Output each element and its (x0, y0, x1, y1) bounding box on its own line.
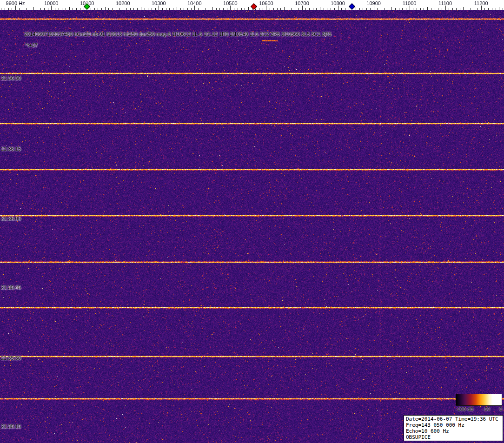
ruler-tick (55, 8, 55, 10)
ruler-tick (413, 8, 413, 10)
ruler-tick (488, 8, 489, 10)
ruler-tick (388, 8, 388, 10)
ruler-tick (492, 8, 492, 10)
ruler-tick (48, 8, 48, 10)
ruler-tick (62, 8, 62, 10)
spectrogram-app-window: 9900 Hz100001010010200103001040010500106… (0, 0, 504, 443)
ruler-tick (435, 8, 435, 10)
ruler-tick (410, 6, 410, 10)
ruler-tick (84, 8, 84, 10)
ruler-tick (159, 6, 159, 10)
ruler-tick (126, 8, 127, 10)
ruler-tick (91, 8, 91, 10)
ruler-tick (23, 8, 23, 10)
ruler-tick (69, 7, 70, 10)
time-tick-label: 21:36:00 (1, 216, 21, 221)
ruler-tick (273, 8, 274, 10)
ruler-tick (474, 8, 474, 10)
ruler-tick (503, 8, 503, 10)
ruler-tick (334, 8, 335, 10)
ruler-tick (298, 8, 299, 10)
ruler-tick (481, 6, 482, 10)
ruler-tick (37, 8, 37, 10)
ruler-tick (223, 8, 224, 10)
ruler-tick (98, 8, 98, 10)
ruler-tick (331, 8, 331, 10)
time-tick-label: 21:35:15 (1, 423, 21, 429)
ruler-tick (248, 7, 249, 10)
ruler-tick (227, 8, 227, 10)
ruler-tick (477, 8, 478, 10)
freq-tick-label: 11200 (474, 0, 488, 6)
ruler-tick (202, 8, 202, 10)
ruler-tick (44, 8, 45, 10)
ruler-tick (424, 8, 424, 10)
ruler-tick (345, 8, 345, 10)
freq-tick-label: 10400 (187, 0, 202, 6)
colorbar-gradient (456, 394, 502, 406)
ruler-tick (327, 8, 327, 10)
ruler-tick (187, 8, 188, 10)
freq-tick-label: 10500 (223, 0, 238, 6)
ruler-tick (305, 8, 306, 10)
info-station-line: OBSUPICE (406, 434, 501, 440)
ruler-tick (116, 8, 116, 10)
event-detection-text: 20140607193637460 hCnt29 nb-91 f10613 hi… (24, 31, 332, 37)
ruler-tick (15, 6, 16, 10)
ruler-tick (26, 8, 27, 10)
ruler-tick (427, 7, 428, 10)
ruler-tick (431, 8, 431, 10)
ruler-tick (40, 8, 41, 10)
ruler-tick (277, 8, 278, 10)
ruler-tick (155, 8, 156, 10)
ruler-tick (385, 8, 385, 10)
ruler-tick (259, 8, 259, 10)
colorbar-labels: -100 dB -50 0 (456, 406, 502, 412)
ruler-tick (169, 8, 170, 10)
freq-tick-label: 10700 (295, 0, 309, 6)
ruler-tick (194, 6, 195, 10)
ruler-tick (417, 8, 417, 10)
ruler-tick (108, 8, 109, 10)
ruler-tick (467, 8, 467, 10)
ruler-tick (206, 8, 206, 10)
ruler-tick (484, 8, 485, 10)
ruler-tick (496, 8, 496, 10)
time-tick-label: 21:36:30 (1, 75, 21, 81)
ruler-tick (270, 8, 270, 10)
ruler-tick (101, 8, 102, 10)
cursor-readout-text: ^t+37 (25, 42, 38, 48)
ruler-tick (366, 8, 367, 10)
ruler-tick (152, 8, 152, 10)
ruler-tick (33, 7, 34, 10)
blue-marker-diamond-icon[interactable] (349, 3, 355, 10)
ruler-tick (359, 8, 360, 10)
colorbar-label-mid: -50 (483, 406, 490, 412)
freq-tick-label: 10900 (366, 0, 381, 6)
freq-tick-label: 11100 (438, 0, 452, 6)
ruler-tick (76, 8, 77, 10)
ruler-tick (309, 8, 310, 10)
ruler-tick (51, 6, 52, 10)
ruler-tick (302, 6, 303, 10)
ruler-tick (209, 8, 209, 10)
ruler-tick (212, 7, 213, 10)
ruler-tick (449, 8, 449, 10)
ruler-tick (73, 8, 73, 10)
ruler-tick (263, 8, 263, 10)
ruler-tick (162, 8, 163, 10)
ruler-tick (94, 8, 95, 10)
ruler-tick (395, 8, 396, 10)
red-marker-diamond-icon[interactable] (250, 3, 257, 10)
ruler-tick (320, 7, 320, 10)
freq-tick-label: 10200 (116, 0, 130, 6)
ruler-tick (370, 8, 371, 10)
frequency-ruler[interactable]: 9900 Hz100001010010200103001040010500106… (0, 0, 504, 10)
ruler-tick (19, 8, 20, 10)
ruler-tick (442, 8, 442, 10)
ruler-tick (30, 8, 30, 10)
time-tick-label: 21:35:45 (1, 284, 21, 290)
ruler-tick (381, 8, 381, 10)
ruler-tick (112, 8, 113, 10)
ruler-tick (1, 8, 1, 10)
